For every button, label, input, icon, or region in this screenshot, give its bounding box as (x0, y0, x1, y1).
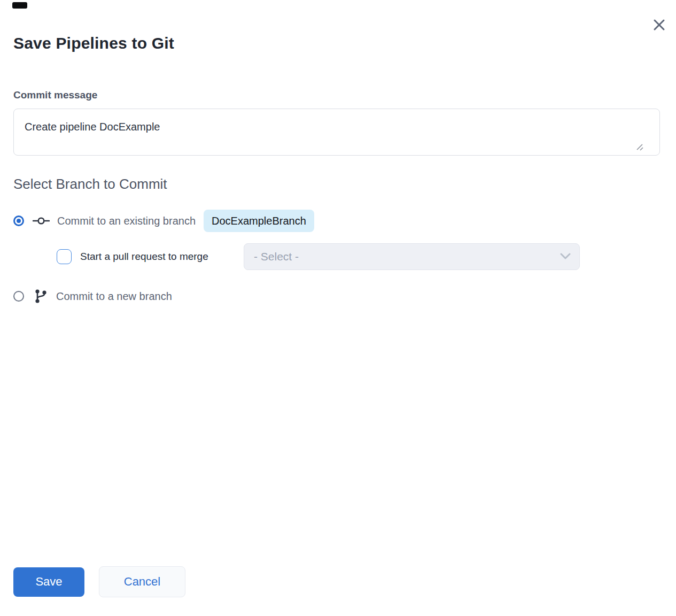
new-branch-label[interactable]: Commit to a new branch (56, 290, 172, 303)
commit-message-label: Commit message (13, 89, 676, 102)
close-icon (653, 19, 665, 33)
dark-marker (12, 2, 27, 9)
select-placeholder: - Select - (254, 250, 560, 263)
existing-branch-label[interactable]: Commit to an existing branch (57, 215, 196, 227)
cancel-button[interactable]: Cancel (99, 566, 185, 597)
pull-request-checkbox[interactable] (57, 249, 72, 264)
pull-request-row: Start a pull request to merge - Select - (13, 243, 676, 270)
dialog-footer: Save Cancel (13, 566, 185, 597)
branch-section-heading: Select Branch to Commit (13, 175, 676, 193)
merge-branch-select[interactable]: - Select - (244, 243, 580, 270)
dialog-title: Save Pipelines to Git (13, 33, 660, 53)
close-button[interactable] (651, 18, 666, 33)
existing-branch-radio[interactable] (13, 215, 24, 226)
chevron-down-icon (560, 252, 571, 261)
existing-branch-row[interactable]: Commit to an existing branch DocExampleB… (13, 210, 676, 232)
git-commit-icon (33, 217, 50, 225)
branch-badge[interactable]: DocExampleBranch (204, 210, 314, 232)
git-branch-icon (34, 289, 48, 304)
new-branch-row[interactable]: Commit to a new branch (13, 288, 676, 304)
pull-request-label[interactable]: Start a pull request to merge (80, 251, 244, 263)
save-pipelines-dialog: Save Pipelines to Git Commit message Sel… (0, 0, 676, 616)
new-branch-radio[interactable] (13, 291, 24, 302)
save-button[interactable]: Save (13, 567, 84, 597)
commit-message-wrap (0, 109, 660, 156)
commit-message-input[interactable] (13, 109, 660, 156)
